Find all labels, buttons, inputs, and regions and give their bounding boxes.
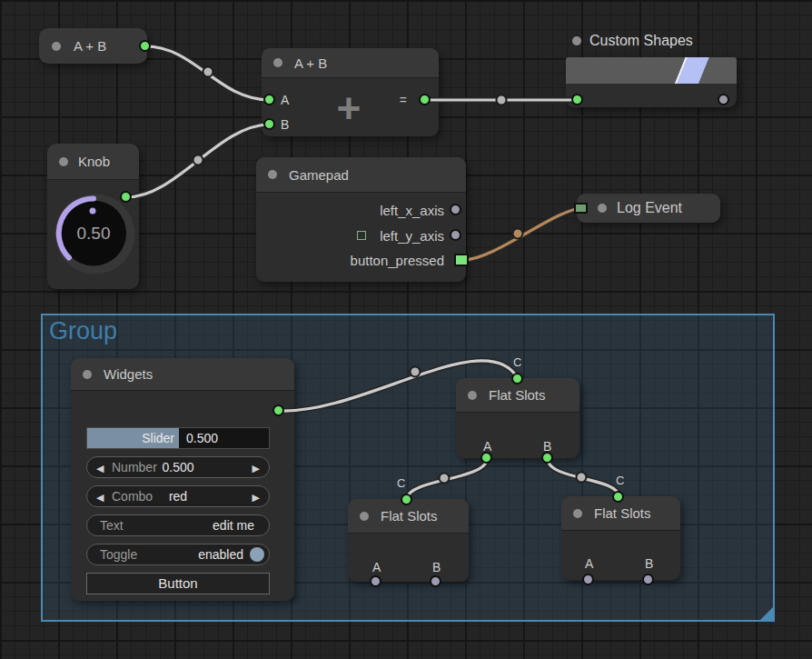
group-title: Group xyxy=(49,317,117,345)
node-custom-shapes[interactable] xyxy=(566,57,737,107)
plus-icon: + xyxy=(325,85,372,132)
output-label: B xyxy=(645,556,653,571)
node-graph-canvas[interactable]: Group xyxy=(0,0,812,659)
slider-label: Slider xyxy=(142,431,174,445)
output-label: A xyxy=(585,556,593,571)
combo-value: red xyxy=(87,486,269,506)
slider-value: 0.500 xyxy=(186,428,218,448)
text-label: Text xyxy=(100,515,124,535)
input-slot-c[interactable] xyxy=(511,373,523,384)
graph-toggle-icon[interactable] xyxy=(357,231,366,240)
custom-shape-parallelogram xyxy=(675,57,709,84)
node-title: Flat Slots xyxy=(489,387,546,403)
input-slot-event[interactable] xyxy=(574,203,588,214)
node-flat-slots-right[interactable]: Flat Slots C A B xyxy=(561,496,680,580)
collapse-toggle-icon[interactable] xyxy=(573,509,582,518)
number-value: 0.500 xyxy=(87,457,269,477)
collapse-toggle-icon[interactable] xyxy=(268,170,277,179)
node-title: A + B xyxy=(294,55,327,71)
text-widget[interactable]: Text edit me xyxy=(86,514,270,536)
input-label: B xyxy=(281,117,289,132)
node-widgets[interactable]: Widgets Slider 0.500 ◀ Number 0.500 ▶ ◀ … xyxy=(71,358,294,601)
toggle-label: Toggle xyxy=(100,544,137,564)
output-slot-event[interactable] xyxy=(454,254,469,266)
input-label: C xyxy=(397,476,405,490)
wire-ab-to-customshapes xyxy=(425,95,578,105)
custom-widget-band[interactable] xyxy=(566,57,737,84)
arrow-right-icon[interactable]: ▶ xyxy=(253,487,260,507)
knob-value: 0.50 xyxy=(77,224,111,243)
reroute-dot[interactable] xyxy=(193,155,203,165)
node-flat-slots-left[interactable]: Flat Slots C A B xyxy=(348,499,469,582)
number-widget[interactable]: ◀ Number 0.500 ▶ xyxy=(86,456,270,478)
output-slot[interactable] xyxy=(450,229,461,241)
reroute-dot[interactable] xyxy=(203,67,213,77)
collapse-toggle-icon[interactable] xyxy=(52,42,61,51)
collapse-toggle-icon[interactable] xyxy=(59,157,68,166)
toggle-knob-icon[interactable] xyxy=(250,547,264,562)
slider-widget[interactable]: Slider 0.500 xyxy=(86,427,270,449)
output-slot[interactable] xyxy=(450,204,461,215)
collapse-toggle-icon[interactable] xyxy=(83,370,92,379)
node-title: Widgets xyxy=(104,366,153,382)
input-slot-b[interactable] xyxy=(263,118,275,130)
output-slot-b[interactable] xyxy=(541,452,553,464)
collapse-toggle-icon[interactable] xyxy=(273,58,282,67)
output-slot[interactable] xyxy=(272,404,284,416)
input-slot-c[interactable] xyxy=(401,494,412,505)
input-label: C xyxy=(616,474,624,487)
node-ab-collapsed[interactable]: A + B xyxy=(39,28,147,64)
output-label: = xyxy=(391,93,407,107)
arrow-right-icon[interactable]: ▶ xyxy=(253,458,260,478)
button-widget[interactable]: Button xyxy=(86,573,270,594)
input-slot-a[interactable] xyxy=(263,94,275,105)
collapse-toggle-icon[interactable] xyxy=(572,36,581,45)
text-value: edit me xyxy=(213,515,254,535)
reroute-dot[interactable] xyxy=(513,229,523,239)
output-label: left_y_axis xyxy=(380,228,444,244)
combo-widget[interactable]: ◀ Combo red ▶ xyxy=(86,485,270,507)
node-gamepad[interactable]: Gamepad left_x_axis left_y_axis button_p… xyxy=(256,157,466,282)
toggle-value: enabled xyxy=(198,544,243,564)
group-resize-handle[interactable] xyxy=(760,607,773,620)
output-label: B xyxy=(432,560,441,574)
output-label: left_x_axis xyxy=(380,203,444,218)
collapse-toggle-icon[interactable] xyxy=(360,512,369,521)
node-title: Flat Slots xyxy=(381,508,438,524)
input-label: A xyxy=(281,93,289,107)
node-add[interactable]: A + B A B + = xyxy=(262,48,439,136)
output-label: button_pressed xyxy=(351,253,444,268)
output-label: A xyxy=(372,560,381,574)
button-label: Button xyxy=(158,575,197,591)
node-title: Custom Shapes xyxy=(589,33,693,48)
node-title: Knob xyxy=(78,154,110,169)
node-title: Gamepad xyxy=(289,167,349,183)
output-slot-b[interactable] xyxy=(430,575,441,587)
node-log-event[interactable]: Log Event xyxy=(577,194,720,223)
output-slot[interactable] xyxy=(120,191,132,203)
output-slot-b[interactable] xyxy=(642,574,654,585)
collapse-toggle-icon[interactable] xyxy=(468,391,477,400)
wire-knob-to-b xyxy=(126,125,270,197)
output-slot-a[interactable] xyxy=(370,575,381,587)
output-slot-a[interactable] xyxy=(480,452,492,464)
knob-marker-icon xyxy=(90,208,96,215)
output-slot[interactable] xyxy=(419,94,431,105)
input-slot-c[interactable] xyxy=(612,491,624,503)
wire-abcollapsed-to-a xyxy=(145,46,270,100)
node-title: Log Event xyxy=(617,200,682,215)
custom-shapes-title-row: Custom Shapes xyxy=(572,31,693,51)
reroute-dot[interactable] xyxy=(497,95,507,105)
output-slot[interactable] xyxy=(718,94,729,105)
output-slot[interactable] xyxy=(139,40,151,52)
input-slot[interactable] xyxy=(571,94,583,105)
toggle-widget[interactable]: Toggle enabled xyxy=(86,544,270,565)
output-slot-a[interactable] xyxy=(582,574,594,585)
node-title: A + B xyxy=(74,38,106,54)
node-title: Flat Slots xyxy=(594,505,651,521)
collapse-toggle-icon[interactable] xyxy=(598,204,607,213)
input-label: C xyxy=(513,355,521,369)
node-flat-slots-top[interactable]: Flat Slots C A B xyxy=(456,378,579,458)
slider-fill: Slider xyxy=(87,428,179,448)
node-knob[interactable]: Knob 0.50 xyxy=(47,144,139,289)
